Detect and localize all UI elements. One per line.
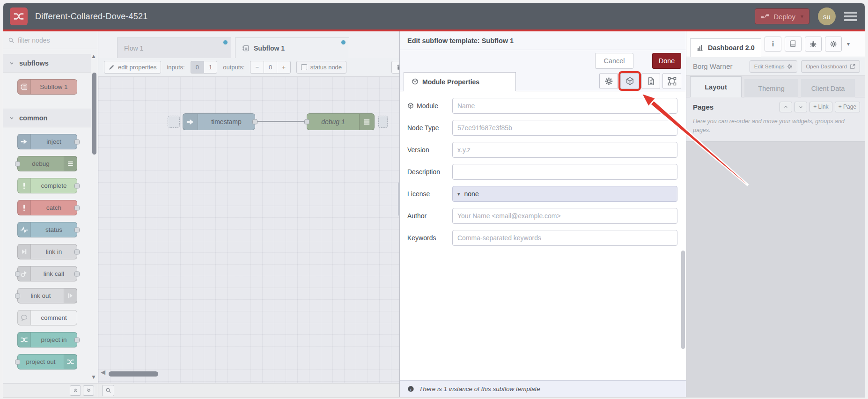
module-input[interactable] xyxy=(452,98,677,114)
add-page-button[interactable]: + Page xyxy=(835,102,860,112)
sidebar-more-tabs-caret-icon[interactable]: ▾ xyxy=(847,41,850,47)
palette-node-project-in[interactable]: project in xyxy=(17,332,77,347)
field-label: Module xyxy=(407,102,452,110)
palette-category-common[interactable]: common xyxy=(3,109,91,127)
tab-dashboard-2[interactable]: Dashboard 2.0 xyxy=(690,38,761,57)
appearance-button[interactable] xyxy=(662,73,681,89)
palette-node-label: link in xyxy=(31,244,77,259)
node-port-in[interactable] xyxy=(15,271,20,276)
help-sidebar-button[interactable] xyxy=(785,37,802,52)
tab-module-properties[interactable]: Module Properties xyxy=(404,72,516,91)
module-properties-button-highlighted[interactable] xyxy=(620,73,639,89)
palette-scroll-down-icon[interactable]: ▼ xyxy=(91,374,96,380)
exclaim-icon xyxy=(18,200,31,215)
node-port-in[interactable] xyxy=(15,293,20,298)
palette-node-debug[interactable]: debug xyxy=(17,156,77,171)
palette-node-status[interactable]: status xyxy=(17,222,77,237)
sidebar-tab-theming[interactable]: Theming xyxy=(744,79,798,97)
edit-settings-button[interactable]: Edit Settings xyxy=(750,60,798,73)
move-up-button[interactable] xyxy=(780,102,792,112)
dashboard-owner-row: Borg Warner Edit Settings Open Dashboard xyxy=(686,57,865,76)
inputs-count-button-1[interactable]: 1 xyxy=(204,61,217,74)
node-port-out[interactable] xyxy=(74,227,80,232)
debug-sidebar-button[interactable] xyxy=(805,37,822,52)
canvas-hscrollbar-thumb[interactable] xyxy=(109,371,158,377)
delete-subflow-button[interactable] xyxy=(391,61,399,74)
node-type-input[interactable] xyxy=(452,120,677,136)
node-port-in[interactable] xyxy=(15,359,20,364)
palette-node-complete[interactable]: complete xyxy=(17,178,77,193)
canvas-zoom-search-button[interactable] xyxy=(102,385,114,396)
node-port-out[interactable] xyxy=(74,337,80,342)
node-port-out[interactable] xyxy=(74,205,80,210)
config-sidebar-button[interactable] xyxy=(825,37,842,52)
flow-canvas[interactable]: ◀ timestampdebug 1 xyxy=(98,77,399,383)
palette-node-link-out[interactable]: link out xyxy=(17,288,77,303)
palette-collapse-all-button[interactable] xyxy=(70,385,81,396)
license-select[interactable]: ▾none xyxy=(452,186,677,202)
palette-node-inject[interactable]: inject xyxy=(17,134,77,149)
palette-scrollbar-thumb[interactable] xyxy=(92,73,96,155)
canvas-node-timestamp[interactable]: timestamp xyxy=(183,113,255,130)
deploy-dropdown-caret-icon[interactable]: ▾ xyxy=(801,13,803,20)
inputs-count-button-0[interactable]: 0 xyxy=(191,61,204,74)
main-menu-button[interactable] xyxy=(844,12,857,21)
palette-filter[interactable]: filter nodes xyxy=(3,31,98,49)
version-input[interactable] xyxy=(452,142,677,158)
description-input[interactable] xyxy=(452,164,677,180)
palette-expand-all-button[interactable] xyxy=(83,385,94,396)
debug-sidebar-toggle-button[interactable] xyxy=(378,116,388,128)
dashboard-tab-label: Dashboard 2.0 xyxy=(708,44,755,52)
outputs-button-−[interactable]: − xyxy=(250,61,264,74)
book-icon xyxy=(789,40,797,48)
status-node-checkbox[interactable] xyxy=(301,64,307,70)
palette-node-catch[interactable]: catch xyxy=(17,200,77,215)
move-down-button[interactable] xyxy=(794,102,807,112)
open-dashboard-button[interactable]: Open Dashboard xyxy=(801,60,860,73)
inject-trigger-button[interactable] xyxy=(168,116,180,128)
outputs-button-+[interactable]: + xyxy=(277,61,291,74)
status-node-toggle[interactable]: status node xyxy=(296,61,346,74)
workspace-tab-Flow-1[interactable]: Flow 1 xyxy=(117,37,231,58)
wire-timestamp-to-debug[interactable] xyxy=(257,121,305,122)
canvas-node-debug-1[interactable]: debug 1 xyxy=(307,113,375,130)
status-icon xyxy=(20,226,28,234)
magnifier-icon xyxy=(105,387,111,393)
node-port-in[interactable] xyxy=(304,119,309,125)
palette-node-project-out[interactable]: project out xyxy=(17,354,77,369)
sidebar-tab-client-data[interactable]: Client Data xyxy=(801,79,855,97)
outputs-button-0[interactable]: 0 xyxy=(264,61,277,74)
palette-scroll-up-icon[interactable]: ▲ xyxy=(91,53,96,59)
info-sidebar-button[interactable]: i xyxy=(765,37,781,52)
debuglist-icon xyxy=(66,160,74,168)
cancel-button[interactable]: Cancel xyxy=(595,53,633,69)
keywords-input[interactable] xyxy=(452,230,677,246)
nrlogo-icon xyxy=(18,332,31,347)
deploy-button[interactable]: Deploy ▾ xyxy=(755,8,809,24)
status-node-label: status node xyxy=(310,64,342,71)
palette-node-link-call[interactable]: link call xyxy=(17,266,77,281)
node-port-out[interactable] xyxy=(252,119,257,125)
user-avatar[interactable]: su xyxy=(818,7,836,25)
canvas-scroll-left-icon[interactable]: ◀ xyxy=(101,369,105,376)
palette-node-link-in[interactable]: link in xyxy=(17,244,77,259)
palette-node-Subflow-1[interactable]: Subflow 1 xyxy=(17,79,77,95)
node-port-out[interactable] xyxy=(74,139,80,144)
form-row-keywords: Keywords xyxy=(407,230,677,246)
node-port-out[interactable] xyxy=(74,183,80,188)
node-port-in[interactable] xyxy=(15,161,20,166)
subflow-properties-button[interactable] xyxy=(599,73,618,89)
workspace-tab-Subflow-1[interactable]: Subflow 1 xyxy=(235,37,349,58)
add-link-button[interactable]: + Link xyxy=(809,102,832,112)
edit-properties-button[interactable]: edit properties xyxy=(104,61,161,74)
palette-node-comment[interactable]: comment xyxy=(17,310,77,325)
node-port-out[interactable] xyxy=(74,271,80,276)
dialog-scrollbar-thumb[interactable] xyxy=(681,251,685,349)
description-button[interactable] xyxy=(641,73,660,89)
bug-icon xyxy=(809,40,817,48)
palette-category-subflows[interactable]: subflows xyxy=(3,54,91,73)
sidebar-tab-layout[interactable]: Layout xyxy=(690,76,742,97)
done-button[interactable]: Done xyxy=(652,53,681,69)
author-input[interactable] xyxy=(452,208,677,224)
node-port-out[interactable] xyxy=(74,249,80,254)
